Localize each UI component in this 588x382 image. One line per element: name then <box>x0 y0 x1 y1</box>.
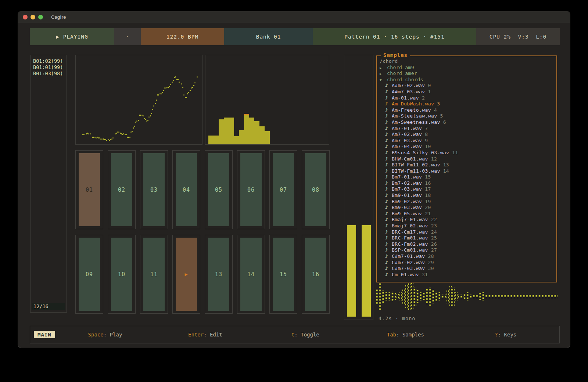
file-row[interactable]: ♪Am-Sweetness.wav6 <box>380 119 556 126</box>
file-row[interactable]: ♪C#m7-03.wav30 <box>380 266 556 272</box>
histogram-bar <box>249 118 254 144</box>
pad-11[interactable]: 11 <box>140 235 168 314</box>
file-row[interactable]: ♪Bm9-03.wav20 <box>380 205 556 211</box>
file-index: 5 <box>440 113 443 119</box>
waveform-column <box>552 295 555 298</box>
file-row[interactable]: ♪A#m7-02.wav0 <box>380 83 556 89</box>
maximize-window-button[interactable] <box>38 15 43 19</box>
file-row[interactable]: ♪A#m7-03.wav1 <box>380 89 556 95</box>
data-point <box>188 92 189 93</box>
file-row[interactable]: ♪Am-01.wav2 <box>380 95 556 101</box>
waveform-column <box>440 294 443 299</box>
minimize-window-button[interactable] <box>31 15 35 19</box>
file-row[interactable]: ♪Am7-04.wav10 <box>380 144 556 150</box>
data-point <box>111 138 112 140</box>
file-name: C#m7-02.wav <box>392 260 425 266</box>
file-row[interactable]: ♪BRC-Fm02.wav26 <box>380 241 556 248</box>
pad-surface: 03 <box>143 153 165 226</box>
status-segment-pattern[interactable]: Pattern 01 · 16 steps · #151 <box>313 28 476 45</box>
pad-14[interactable]: 14 <box>237 235 265 314</box>
pad-02[interactable]: 02 <box>108 150 136 229</box>
pad-06[interactable]: 06 <box>237 150 265 229</box>
file-index: 12 <box>431 156 437 162</box>
waveform-column <box>502 295 505 298</box>
status-segment-transport[interactable]: ▶ PLAYING <box>30 28 114 45</box>
status-segment-bank[interactable]: Bank 01 <box>224 28 313 45</box>
file-row[interactable]: ♪Bm7-02.wav16 <box>380 180 556 187</box>
file-row[interactable]: ♪Am-DubWash.wav3 <box>380 101 556 107</box>
data-point <box>186 97 187 98</box>
data-point <box>173 80 174 81</box>
file-index: 27 <box>431 247 437 253</box>
pad-05[interactable]: 05 <box>205 150 233 229</box>
file-row[interactable]: ♪Bm7-03.wav17 <box>380 186 556 192</box>
file-row[interactable]: ♪Bm9-02.wav19 <box>380 199 556 205</box>
pad-10[interactable]: 10 <box>108 235 136 314</box>
data-point <box>135 122 136 123</box>
file-row[interactable]: ♪Cm-01.wav31 <box>380 272 556 278</box>
file-index: 20 <box>425 205 431 211</box>
data-point <box>96 137 97 138</box>
pad-15[interactable]: 15 <box>269 235 297 314</box>
waveform-column <box>387 292 390 301</box>
file-row[interactable]: ♪C#m7-01.wav28 <box>380 253 556 260</box>
pad-03[interactable]: 03 <box>140 150 168 229</box>
file-name: BITW-Fm11-02.wav <box>392 162 440 168</box>
waveform-column <box>399 292 402 301</box>
waveform-column <box>426 289 428 304</box>
pad-07[interactable]: 07 <box>269 150 297 229</box>
file-row[interactable]: ♪Am7-01.wav7 <box>380 126 556 132</box>
data-point <box>179 82 180 83</box>
file-name: A#m7-02.wav <box>392 83 425 89</box>
file-row[interactable]: ♪BRC-Cm17.wav24 <box>380 229 556 235</box>
pad-09[interactable]: 09 <box>75 235 103 314</box>
waveform-column <box>417 290 419 303</box>
file-row[interactable]: ♪Bm9-01.wav18 <box>380 192 556 199</box>
dir-row[interactable]: ▼chord_chords <box>380 77 556 83</box>
music-note-icon: ♪ <box>385 162 389 168</box>
file-row[interactable]: ♪Bm7-01.wav15 <box>380 174 556 180</box>
pad-01[interactable]: 01 <box>75 150 103 229</box>
file-row[interactable]: ♪BITW-Fm11-02.wav13 <box>380 162 556 168</box>
file-row[interactable]: ♪Bm9-05.wav21 <box>380 211 556 217</box>
file-name: Am7-01.wav <box>392 126 422 132</box>
histogram-bar <box>224 118 229 144</box>
dir-row[interactable]: ▶chord_am9 <box>380 65 556 71</box>
music-note-icon: ♪ <box>385 247 389 253</box>
file-row[interactable]: ♪Bmaj7-01.wav22 <box>380 217 556 223</box>
pad-surface: 13 <box>208 238 229 311</box>
pad-13[interactable]: 13 <box>205 235 233 314</box>
close-window-button[interactable] <box>23 15 28 19</box>
file-row[interactable]: ♪Am7-03.wav9 <box>380 138 556 144</box>
vu-bar-1 <box>347 225 356 317</box>
file-row[interactable]: ♪Am7-02.wav8 <box>380 131 556 138</box>
pad-04[interactable]: 04 <box>172 150 200 229</box>
sample-tree[interactable]: /chord ▶chord_am9▶chord_amer▼chord_chord… <box>377 56 556 278</box>
file-row[interactable]: ♪BSP-Cm01.wav27 <box>380 247 556 253</box>
file-index: 23 <box>431 223 437 229</box>
file-row[interactable]: ♪C#m7-02.wav29 <box>380 260 556 266</box>
pad-label: 14 <box>247 271 255 278</box>
data-point <box>166 87 168 88</box>
data-point <box>90 133 91 134</box>
pad-16[interactable]: 16 <box>302 235 330 314</box>
file-row[interactable]: ♪BITW-Fm11-03.wav14 <box>380 168 556 174</box>
music-note-icon: ♪ <box>385 211 389 217</box>
file-row[interactable]: ♪Am-Steelsaw.wav5 <box>380 113 556 119</box>
file-row[interactable]: ♪Bmaj7-02.wav23 <box>380 223 556 229</box>
pad-12[interactable]: ▶ <box>172 235 200 314</box>
waveform-column <box>379 282 381 310</box>
status-segment-bpm[interactable]: 122.0 BPM <box>141 28 224 45</box>
dir-row[interactable]: ▶chord_amer <box>380 71 556 77</box>
music-note-icon: ♪ <box>385 101 389 107</box>
file-row[interactable]: ♪Am-Freeto.wav4 <box>380 107 556 113</box>
file-index: 30 <box>428 266 434 272</box>
status-segment-dot[interactable]: · <box>114 28 141 45</box>
data-point <box>187 93 188 94</box>
file-row[interactable]: ♪BRC-Fm01.wav25 <box>380 235 556 241</box>
data-point <box>182 87 183 88</box>
file-row[interactable]: ♪B9sus4 Silky 03.wav11 <box>380 150 556 156</box>
file-row[interactable]: ♪BHW-Cm01.wav12 <box>380 156 556 162</box>
status-bar: ▶ PLAYING·122.0 BPMBank 01Pattern 01 · 1… <box>30 28 560 45</box>
pad-08[interactable]: 08 <box>302 150 330 229</box>
